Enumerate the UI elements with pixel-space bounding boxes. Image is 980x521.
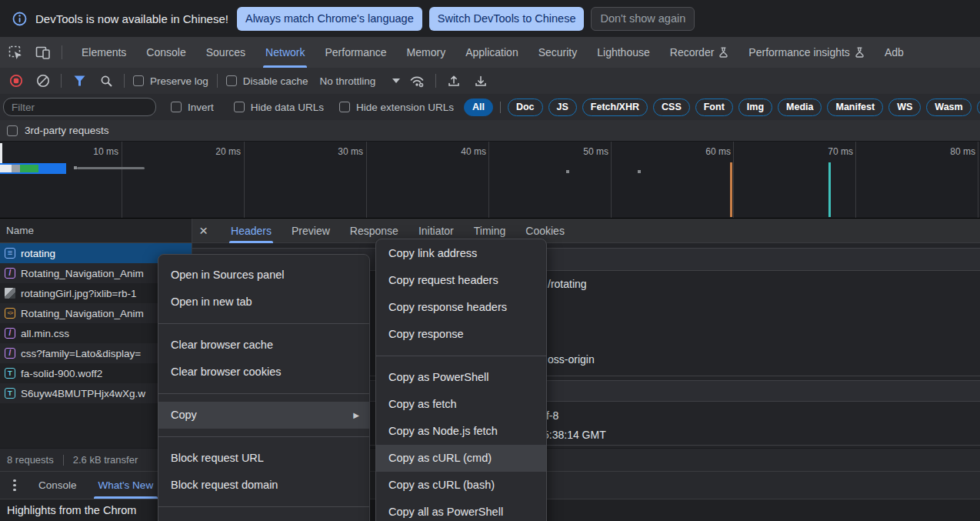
resource-filter-pill[interactable]: Fetch/XHR bbox=[582, 99, 648, 116]
hide-data-urls-group: Hide data URLs bbox=[234, 102, 324, 113]
panel-tab[interactable]: Recorder bbox=[660, 37, 739, 68]
import-har-icon[interactable] bbox=[445, 72, 463, 90]
resource-filter-pill[interactable]: Media bbox=[778, 99, 822, 116]
network-overview-timeline[interactable]: 10 ms20 ms30 ms40 ms50 ms60 ms70 ms80 ms bbox=[0, 142, 980, 219]
request-name: Rotating_Navigation_Anim bbox=[21, 308, 144, 319]
network-conditions-icon[interactable] bbox=[408, 72, 427, 90]
panel-tab[interactable]: Performance bbox=[315, 37, 396, 68]
device-toolbar-icon[interactable] bbox=[34, 43, 52, 62]
toolbar-divider bbox=[435, 74, 436, 88]
match-language-button[interactable]: Always match Chrome's language bbox=[237, 7, 422, 31]
menu-item[interactable]: Copy response headers bbox=[376, 294, 546, 321]
details-tab[interactable]: Preview bbox=[292, 219, 330, 243]
panel-tab[interactable]: Network bbox=[255, 37, 315, 68]
export-har-icon[interactable] bbox=[472, 72, 490, 90]
more-options-icon[interactable] bbox=[5, 472, 25, 499]
menu-item[interactable]: Block request domain bbox=[158, 472, 369, 499]
resource-filter-pill[interactable]: Manifest bbox=[827, 99, 883, 116]
drawer-tab[interactable]: What's New bbox=[88, 472, 165, 499]
panel-tab[interactable]: Console bbox=[136, 37, 195, 68]
menu-item[interactable]: Open in new tab bbox=[158, 289, 369, 316]
name-column-header[interactable]: Name bbox=[0, 219, 192, 243]
panel-tab[interactable]: Lighthouse bbox=[587, 37, 660, 68]
resource-filter-pill[interactable]: Font bbox=[695, 99, 733, 116]
menu-item-label: Copy as Node.js fetch bbox=[388, 425, 498, 437]
preserve-log-group: Preserve log bbox=[133, 75, 208, 87]
menu-item[interactable]: Block request URL bbox=[158, 445, 369, 472]
menu-item[interactable]: Copy request headers bbox=[376, 267, 546, 294]
menu-item[interactable]: Clear browser cache bbox=[158, 332, 369, 359]
invert-checkbox[interactable] bbox=[171, 102, 182, 112]
panel-tab[interactable]: Sources bbox=[196, 37, 255, 68]
drawer-tab[interactable]: Console bbox=[28, 472, 88, 499]
panel-tab-label: Elements bbox=[82, 46, 126, 58]
throttling-value: No throttling bbox=[320, 75, 376, 87]
filter-funnel-icon[interactable] bbox=[70, 72, 88, 90]
request-name: rotatingGirl.jpg?ixlib=rb-1 bbox=[21, 288, 136, 299]
menu-item[interactable]: Copy response bbox=[376, 321, 546, 348]
menu-item-label: Copy as fetch bbox=[388, 398, 457, 410]
menu-item[interactable]: Copy as cURL (cmd) bbox=[376, 445, 546, 472]
preserve-log-checkbox[interactable] bbox=[133, 75, 144, 86]
dont-show-again-button[interactable]: Don't show again bbox=[591, 7, 695, 31]
hide-data-urls-checkbox[interactable] bbox=[234, 102, 245, 112]
panel-tab[interactable]: Security bbox=[528, 37, 588, 68]
menu-item[interactable]: Clear browser cookies bbox=[158, 359, 369, 386]
resource-filter-pill[interactable]: Img bbox=[738, 99, 772, 116]
whats-new-headline: Highlights from the Chrom bbox=[7, 504, 136, 516]
resource-filter-pill[interactable]: Other bbox=[977, 99, 980, 116]
menu-item-label: Block request domain bbox=[171, 479, 278, 491]
third-party-checkbox[interactable] bbox=[7, 125, 18, 136]
resource-filter-pill[interactable]: Wasm bbox=[926, 99, 971, 116]
header-value-fragment: 5:38:14 GMT bbox=[543, 429, 606, 441]
menu-item[interactable]: Copy all as PowerShell bbox=[376, 499, 546, 521]
details-tab[interactable]: Headers bbox=[231, 219, 272, 243]
panel-tab[interactable]: Elements bbox=[72, 37, 136, 68]
panel-tab[interactable]: Application bbox=[455, 37, 528, 68]
overview-segment bbox=[12, 165, 20, 172]
close-icon[interactable]: × bbox=[199, 223, 208, 238]
request-name: all.min.css bbox=[21, 328, 69, 339]
menu-item-label: Copy all as PowerShell bbox=[388, 506, 503, 518]
clear-network-log-icon[interactable] bbox=[34, 72, 52, 90]
resource-filter-pill[interactable]: All bbox=[464, 99, 493, 116]
resource-filter-pill[interactable]: WS bbox=[888, 99, 921, 116]
name-column-label: Name bbox=[6, 225, 34, 236]
switch-to-chinese-button[interactable]: Switch DevTools to Chinese bbox=[429, 7, 585, 31]
menu-item[interactable]: Copy link address bbox=[376, 240, 546, 267]
file-type-icon bbox=[5, 288, 15, 299]
menu-item[interactable]: Copy as PowerShell bbox=[376, 364, 546, 391]
panel-tab-label: Memory bbox=[407, 46, 446, 58]
experiment-flask-icon bbox=[855, 47, 865, 58]
hide-extension-urls-group: Hide extension URLs bbox=[339, 102, 454, 113]
menu-item[interactable]: Copy as Node.js fetch bbox=[376, 418, 546, 445]
resource-filter-pill[interactable]: JS bbox=[548, 99, 577, 116]
panel-tab[interactable]: Performance insights bbox=[738, 37, 875, 68]
menu-item[interactable]: Copy ▶ bbox=[158, 402, 369, 429]
menu-item-label: Copy response headers bbox=[388, 301, 507, 313]
menu-item[interactable]: Copy as cURL (bash) bbox=[376, 472, 546, 499]
menu-item[interactable]: Open in Sources panel bbox=[158, 262, 369, 289]
hide-extension-urls-checkbox[interactable] bbox=[339, 102, 350, 112]
disable-cache-group: Disable cache bbox=[226, 75, 308, 87]
resource-filter-pill[interactable]: CSS bbox=[653, 99, 690, 116]
experiment-flask-icon bbox=[718, 47, 728, 58]
record-network-log-icon[interactable] bbox=[7, 72, 25, 90]
panel-tab[interactable]: Memory bbox=[397, 37, 456, 68]
inspect-element-icon[interactable] bbox=[6, 43, 25, 62]
disable-cache-checkbox[interactable] bbox=[226, 75, 237, 86]
timeline-tick-label: 50 ms bbox=[570, 146, 608, 157]
panel-tab[interactable]: Adb bbox=[875, 37, 914, 68]
menu-item-label: Copy request headers bbox=[388, 274, 498, 286]
resource-filter-pill[interactable]: Doc bbox=[508, 99, 543, 116]
filter-input[interactable] bbox=[3, 98, 156, 116]
panel-tab-label: Recorder bbox=[670, 46, 715, 58]
throttling-select[interactable]: No throttling bbox=[320, 75, 401, 87]
toolbar-divider bbox=[217, 74, 218, 88]
menu-item[interactable]: Copy as fetch bbox=[376, 391, 546, 418]
file-type-icon bbox=[5, 308, 15, 319]
disable-cache-label: Disable cache bbox=[243, 75, 308, 87]
menu-item-label: Copy as cURL (cmd) bbox=[388, 452, 492, 464]
request-duration-bar bbox=[77, 167, 145, 169]
search-icon[interactable] bbox=[97, 72, 115, 90]
